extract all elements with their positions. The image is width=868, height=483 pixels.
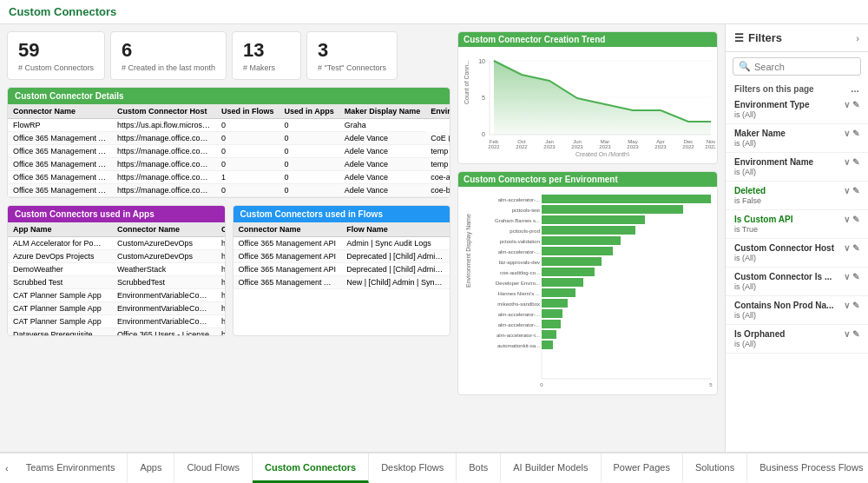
filter-name: Is Orphaned∨✎ (734, 329, 859, 339)
svg-rect-40 (542, 247, 613, 255)
flows-col-connector: Connector Name (233, 222, 342, 237)
top-bar: Custom Connectors (0, 0, 868, 24)
table-row: Scrubbed TestScrubbedTesthtt (8, 276, 225, 289)
apps-table-body: ALM Accelerator for Power PlatformCustom… (8, 237, 225, 336)
flows-table: Connector Name Flow Name Office 365 Mana… (233, 222, 450, 289)
svg-text:2023: 2023 (571, 144, 583, 149)
edit-icon[interactable]: ✎ (852, 186, 859, 195)
chevron-down-icon[interactable]: ∨ (844, 215, 850, 224)
table-row: Office 365 Management APIhttps://manage.… (8, 158, 450, 171)
edit-icon[interactable]: ✎ (852, 129, 859, 138)
edit-icon[interactable]: ✎ (852, 301, 859, 310)
nav-tab-custom-connectors[interactable]: Custom Connectors (253, 453, 369, 483)
filter-items-container: Environment Type∨✎is (All)Maker Name∨✎is… (726, 96, 868, 354)
stat-card-3: 3 # "Test" Connectors (306, 31, 398, 80)
nav-tab-cloud-flows[interactable]: Cloud Flows (174, 453, 253, 483)
filter-item[interactable]: Custom Connector Is ...∨✎is (All) (726, 268, 868, 296)
search-box[interactable]: 🔍 (733, 57, 861, 76)
svg-rect-44 (542, 268, 595, 276)
nav-tab-desktop-flows[interactable]: Desktop Flows (369, 453, 457, 483)
filter-name: Maker Name∨✎ (734, 129, 859, 138)
nav-tab-bots[interactable]: Bots (457, 453, 501, 483)
filter-item[interactable]: Deleted∨✎is False (726, 182, 868, 210)
nav-tab-teams-environments[interactable]: Teams Environments (14, 453, 128, 483)
svg-text:alm-accelerator-...: alm-accelerator-... (498, 312, 541, 317)
svg-text:biz-approvals-dev: biz-approvals-dev (499, 260, 540, 265)
apps-col-cu: Cu... (216, 222, 225, 237)
trend-chart-title: Custom Connector Creation Trend (458, 32, 717, 47)
filter-name: Custom Connector Is ...∨✎ (734, 272, 859, 281)
stat-label-3: # "Test" Connectors (318, 63, 386, 72)
trend-chart-svg: Count of Conn... 10 5 0 (464, 52, 715, 156)
stat-number-1: 6 (122, 39, 215, 62)
left-col: 59 # Custom Connectors 6 # Created in th… (7, 31, 450, 395)
flows-table-body: Office 365 Management APIAdmin | Sync Au… (233, 237, 450, 289)
svg-text:alm-accelerator-...: alm-accelerator-... (498, 197, 541, 202)
svg-rect-36 (542, 226, 635, 235)
filter-more-icon[interactable]: … (851, 84, 859, 94)
filters-title: ☰ Filters (734, 31, 782, 44)
nav-tab-solutions[interactable]: Solutions (683, 453, 747, 483)
svg-text:automationkit-sa...: automationkit-sa... (497, 343, 540, 348)
content-area: 59 # Custom Connectors 6 # Created in th… (0, 24, 725, 452)
chevron-down-icon[interactable]: ∨ (844, 272, 850, 281)
filter-name: Deleted∨✎ (734, 186, 859, 195)
col-apps: Used in Apps (279, 104, 339, 119)
filter-value: is (All) (734, 139, 859, 148)
charts-col: Custom Connector Creation Trend Count of… (457, 31, 718, 395)
filter-name: Environment Type∨✎ (734, 100, 859, 109)
svg-text:Graham Barnes s...: Graham Barnes s... (495, 218, 540, 223)
chevron-down-icon[interactable]: ∨ (844, 301, 850, 310)
edit-icon[interactable]: ✎ (852, 157, 859, 167)
svg-rect-56 (542, 330, 556, 339)
apps-header-row: App Name Connector Name Cu... (8, 222, 225, 237)
chevron-down-icon[interactable]: ∨ (844, 186, 850, 195)
col-maker: Maker Display Name (339, 104, 426, 119)
svg-rect-42 (542, 257, 602, 266)
chevron-down-icon[interactable]: ∨ (844, 129, 850, 138)
nav-tab-ai-builder-models[interactable]: AI Builder Models (501, 453, 601, 483)
filter-item[interactable]: Is Custom API∨✎is True (726, 210, 868, 239)
chevron-down-icon[interactable]: ∨ (844, 243, 850, 253)
flows-col-flow: Flow Name (341, 222, 450, 237)
svg-text:alm-accelerator-...: alm-accelerator-... (498, 249, 541, 255)
filter-item[interactable]: Maker Name∨✎is (All) (726, 124, 868, 153)
col-connector-name: Connector Name (8, 104, 112, 119)
per-env-chart-card: Custom Connectors per Environment Enviro… (457, 171, 718, 395)
filter-name: Is Custom API∨✎ (734, 215, 859, 224)
filter-item[interactable]: Environment Type∨✎is (All) (726, 96, 868, 124)
filter-name: Environment Name∨✎ (734, 157, 859, 167)
search-icon: 🔍 (739, 61, 751, 72)
svg-marker-8 (494, 61, 711, 135)
apps-table-header: Custom Connectors used in Apps (8, 206, 225, 222)
col-host: Custom Connector Host (112, 104, 216, 119)
filter-item[interactable]: Is Orphaned∨✎is (All) (726, 325, 868, 354)
nav-tab-business-process-flows[interactable]: Business Process Flows (747, 453, 868, 483)
filter-value: is (All) (734, 340, 859, 348)
edit-icon[interactable]: ✎ (852, 100, 859, 109)
edit-icon[interactable]: ✎ (852, 329, 859, 339)
connector-details-body: FlowRPhttps://us.api.flow.microsoft.com/… (8, 119, 450, 197)
chevron-down-icon[interactable]: ∨ (844, 329, 850, 339)
filter-item[interactable]: Custom Connector Host∨✎is (All) (726, 239, 868, 268)
chevron-down-icon[interactable]: ∨ (844, 100, 850, 109)
filter-item[interactable]: Contains Non Prod Na...∨✎is (All) (726, 296, 868, 325)
svg-text:2023: 2023 (627, 144, 639, 149)
connector-details-header: Custom Connector Details (8, 88, 450, 104)
filter-icon: ☰ (734, 32, 744, 44)
chevron-down-icon[interactable]: ∨ (844, 157, 850, 167)
per-env-chart-title: Custom Connectors per Environment (458, 172, 717, 187)
table-row: Azure DevOps ProjectsCustomAzureDevOpsht… (8, 250, 225, 263)
edit-icon[interactable]: ✎ (852, 243, 859, 253)
nav-tab-power-pages[interactable]: Power Pages (602, 453, 683, 483)
search-input[interactable] (754, 62, 855, 72)
connector-details-header-row: Connector Name Custom Connector Host Use… (8, 104, 450, 119)
nav-tab-apps[interactable]: Apps (128, 453, 174, 483)
sidebar-toggle[interactable]: › (856, 33, 859, 43)
table-row: Office 365 Management APIDeprecated | [C… (233, 263, 450, 276)
edit-icon[interactable]: ✎ (852, 215, 859, 224)
table-row: Office 365 Management API NewNew | [Chil… (233, 276, 450, 289)
edit-icon[interactable]: ✎ (852, 272, 859, 281)
filter-item[interactable]: Environment Name∨✎is (All) (726, 153, 868, 182)
nav-prev-button[interactable]: ‹ (0, 453, 14, 483)
